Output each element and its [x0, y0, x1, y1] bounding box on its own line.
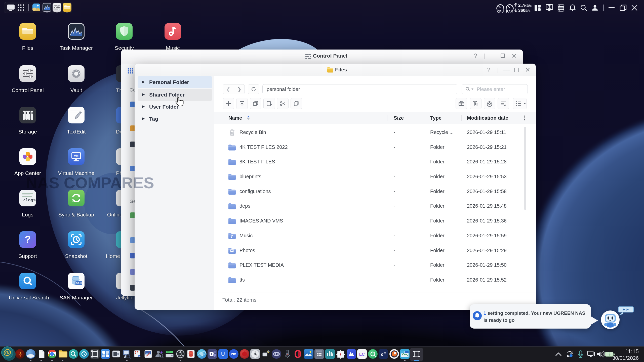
- svg-text:RAM: RAM: [506, 10, 513, 13]
- svg-text:CPU: CPU: [497, 10, 504, 13]
- svg-text:T: T: [211, 352, 213, 356]
- svg-text:VM: VM: [74, 154, 78, 158]
- svg-text:SAN: SAN: [76, 282, 82, 285]
- svg-text:¥: ¥: [340, 352, 342, 356]
- svg-text:/logs: /logs: [23, 198, 36, 203]
- svg-text:LC: LC: [359, 352, 365, 357]
- svg-text:?: ?: [25, 234, 31, 245]
